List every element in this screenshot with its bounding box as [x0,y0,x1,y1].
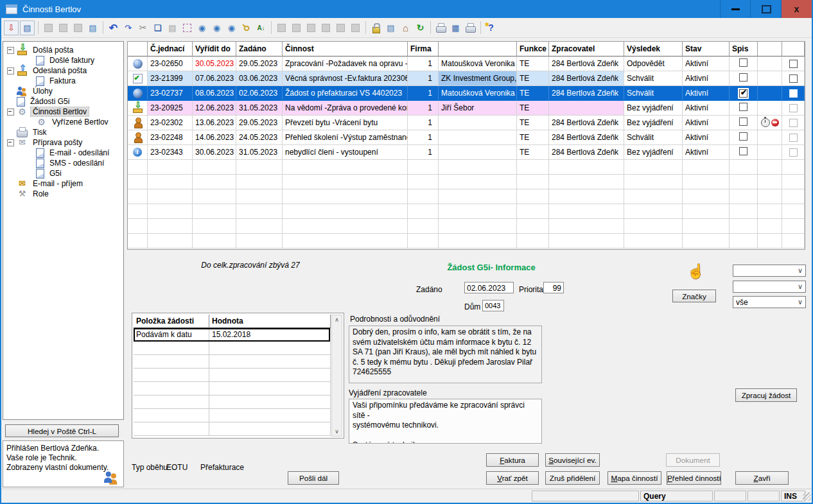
spis-checkbox[interactable] [739,58,747,67]
spis-checkbox[interactable] [739,103,747,111]
spis-checkbox[interactable] [739,73,747,82]
tree-item-email-prijem[interactable]: ✉E-mail - příjem [3,178,123,189]
tree-item-faktura[interactable]: Faktura [3,76,123,86]
tree-expander[interactable] [7,109,14,116]
mapa-cinnosti-button[interactable]: Mapa činností [608,471,661,485]
spis-checkbox[interactable] [739,89,747,98]
tree-item-vyrizene-bertlov[interactable]: ⚙Vyřízené Bertlov [3,117,123,127]
tree-item-dosla-posta[interactable]: Došlá pošta [3,45,123,55]
flag-checkbox[interactable] [789,134,798,142]
exit-icon[interactable]: ⇩ [4,21,19,35]
table-row[interactable]: 23-0265030.05.202329.05.2023Zpracování -… [128,56,805,71]
tree-item-zadosti-g5i[interactable]: Žádosti G5i [3,96,123,107]
tree-item-sms-odesilani[interactable]: SMS - odesílání [3,158,123,168]
flag-checkbox[interactable] [789,89,798,98]
flag-checkbox[interactable] [789,148,798,157]
zavri-button[interactable]: Zavři [735,471,789,485]
tree-expander[interactable] [7,67,14,74]
tree-item-cinnosti-bertlov[interactable]: ⚙Činnosti Bertlov [3,107,123,117]
flag-checkbox[interactable] [789,60,798,68]
print-icon[interactable] [464,21,477,35]
column-header-zadano[interactable]: Zadáno [236,42,283,56]
column-header-extra[interactable] [758,42,782,56]
filter-dropdown-2[interactable]: ∨ [733,281,806,293]
request-items-column-2[interactable]: Hodnota [209,315,331,328]
znacky-button[interactable]: Značky [672,290,716,302]
zrus-prideleni-button[interactable]: Zruš přidělení [545,471,600,485]
tree-expander[interactable] [7,47,14,54]
column-header-spis[interactable]: Spis [730,42,758,56]
minimize-button[interactable] [720,0,751,18]
prehled-cinnosti-button[interactable]: Přehled činností [667,471,721,485]
search-mail-button[interactable]: Hledej v Poště Ctrl-L [5,424,119,437]
find-record-icon[interactable]: ◉ [195,21,209,35]
column-header-stav[interactable]: Stav [683,42,730,56]
scroll-down-icon[interactable]: ∨ [335,428,339,435]
column-header-chk2[interactable] [782,42,805,56]
table-row[interactable]: 23-0273708.06.202302.06.2023Žádost o pře… [128,86,805,101]
column-header-icon[interactable] [128,42,148,56]
request-items-column-1[interactable]: Položka žádosti [134,315,209,328]
select-region-icon[interactable] [180,21,194,35]
details-textarea[interactable]: Dobrý den, prosím o info, kam se obrátit… [349,326,542,383]
table-row[interactable]: 23-2139907.06.202303.06.2023Věcná správn… [128,71,805,86]
request-items-scrollbar[interactable]: ∧ ∨ [331,315,342,437]
tree-item-role[interactable]: ⚒Role [3,189,123,199]
list-view-icon[interactable]: ▤ [86,21,100,35]
statement-textarea[interactable]: Vaši připomínku předáváme ke zpracování … [349,399,542,444]
tree-item-g5i[interactable]: G5i [3,168,123,178]
column-header-vyridit[interactable]: Vyřídit do [193,42,236,56]
flag-checkbox[interactable] [789,119,798,127]
column-header-funkce[interactable]: Funkce [517,42,549,56]
tree-item-ulohy[interactable]: Úlohy [3,86,123,96]
key-icon[interactable]: ⚲ [237,18,256,37]
data-structure-icon[interactable]: ▦ [449,21,462,35]
undo-icon[interactable]: ↶ [107,21,120,35]
flag-checkbox[interactable] [789,104,798,112]
column-header-firma[interactable]: Firma [408,42,439,56]
faktura-button[interactable]: Faktura [486,453,539,467]
priorita-field[interactable]: 99 [543,282,564,293]
filter-dropdown-3[interactable]: vše∨ [733,296,806,308]
print-preview-icon[interactable] [434,21,448,35]
souvisejici-ev-button[interactable]: Související ev. [545,453,600,467]
spis-checkbox[interactable] [739,117,747,126]
tree-item-odeslana-posta[interactable]: Odeslaná pošta [3,65,123,76]
filter-dropdown-1[interactable]: ∨ [733,265,806,277]
zpracuj-zadost-button[interactable]: Zpracuj žádost [735,388,797,402]
tree-item-priprava-posty[interactable]: ✉Příprava pošty [3,137,123,148]
redo-icon[interactable]: ↷ [121,21,135,35]
find-next-record-icon[interactable]: ◉ [210,21,223,35]
tree-item-tisk[interactable]: Tisk [3,127,123,137]
unlock-icon[interactable] [369,21,383,35]
column-header-zprac[interactable]: Zpracovatel [549,42,624,56]
column-header-vysledek[interactable]: Výsledek [624,42,683,56]
column-header-cinnost[interactable]: Činnost [283,42,408,56]
home-icon[interactable]: ⌂ [399,21,412,35]
posli-dal-button[interactable]: Pošli dál [288,471,339,485]
properties-view-icon[interactable]: ▤ [20,21,35,35]
table-row[interactable]: 23-0234330.06.202331.05.2023nebydlící čl… [128,145,805,160]
column-header-jmeno[interactable] [439,42,517,56]
close-button[interactable]: x [781,0,812,18]
flag-checkbox[interactable] [789,74,798,83]
table-row[interactable]: 23-0230213.06.202329.05.2023Převzetí byt… [128,116,805,130]
refresh-doc-icon[interactable]: ↻ [414,21,427,35]
help-icon[interactable]: ? [484,21,498,35]
sort-icon[interactable]: A↓ [254,21,268,35]
table-row[interactable]: 23-2092512.06.202331.05.2023Na vědomí -Z… [128,101,805,116]
maximize-button[interactable] [750,0,782,18]
spis-checkbox[interactable] [739,132,747,141]
tree-expander[interactable] [7,139,14,146]
request-item-row[interactable]: Podávám k datu15.02.2018 [134,328,330,342]
copy-icon[interactable]: ❏ [151,21,164,35]
column-header-cislo[interactable]: Č.jednací [148,42,193,56]
paste-icon[interactable]: ▤ [166,21,179,35]
cut-icon[interactable]: ✂ [136,21,150,35]
tree-item-email-odesilani[interactable]: E-mail - odesílání [3,148,123,158]
table-row[interactable]: 23-0224814.06.202324.05.2023Přehled škol… [128,130,805,145]
zadano-field[interactable]: 02.06.2023 [464,282,514,293]
permissions-icon[interactable]: ▤ [384,21,398,35]
spis-checkbox[interactable] [739,147,747,155]
dum-field[interactable]: 0043 [482,300,504,311]
